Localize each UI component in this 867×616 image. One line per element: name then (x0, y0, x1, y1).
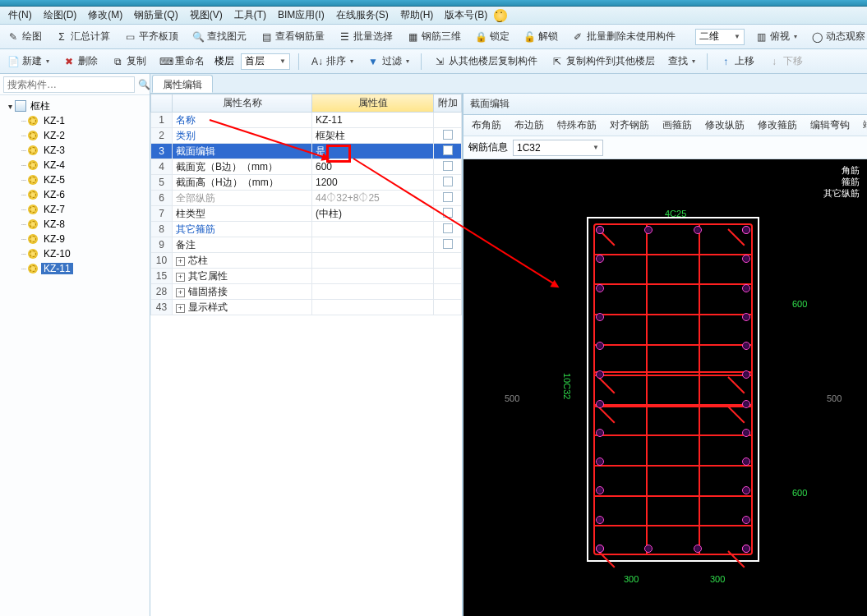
edit-hook-button[interactable]: 编辑弯钩 (807, 117, 853, 134)
tree-item[interactable]: ┈KZ-6 (2, 187, 148, 202)
caret-down-icon: ▼ (279, 57, 286, 65)
rebar-info-label: 钢筋信息 (468, 140, 508, 154)
expand-icon[interactable]: + (176, 273, 185, 282)
tree-item[interactable]: ┈KZ-11 (2, 261, 148, 276)
move-down-button[interactable]: ↓下移 (764, 53, 806, 70)
unlock-button[interactable]: 🔓解锁 (519, 28, 561, 45)
property-row[interactable]: 6全部纵筋44⏀32+8⏀25 (151, 191, 462, 206)
view-rebar-button[interactable]: ▤查看钢筋量 (256, 28, 328, 45)
new-button[interactable]: 📄新建▾ (3, 53, 53, 70)
up-icon: ↑ (719, 55, 732, 68)
expand-icon[interactable]: + (176, 304, 185, 313)
property-row[interactable]: 8其它箍筋 (151, 222, 462, 237)
additional-checkbox[interactable] (443, 239, 453, 249)
menu-draw[interactable]: 绘图(D) (39, 7, 82, 24)
copy-button[interactable]: ⧉复制 (108, 53, 150, 70)
tree-item[interactable]: ┈KZ-2 (2, 128, 148, 143)
tab-property-edit[interactable]: 属性编辑 (152, 75, 213, 93)
menu-modify[interactable]: 修改(M) (83, 7, 127, 24)
property-grid[interactable]: 属性名称 属性值 附加 1名称KZ-112类别框架柱3截面编辑是4截面宽（B边）… (150, 94, 462, 315)
move-up-button[interactable]: ↑上移 (716, 53, 758, 70)
component-tree[interactable]: ▾框柱┈KZ-1┈KZ-2┈KZ-3┈KZ-4┈KZ-5┈KZ-6┈KZ-7┈K… (0, 95, 150, 616)
gear-icon (28, 131, 38, 140)
rebar-info-combo[interactable]: 1C32▼ (513, 140, 603, 156)
menu-help[interactable]: 帮助(H) (395, 7, 439, 24)
orbit-button[interactable]: ◯动态观察 (807, 28, 867, 45)
tree-collapse-icon[interactable]: ▾ (5, 101, 15, 111)
tree-item[interactable]: ┈KZ-7 (2, 202, 148, 217)
align-slab-button[interactable]: ▭平齐板顶 (120, 28, 182, 45)
property-row[interactable]: 2类别框架柱 (151, 128, 462, 144)
view-mode-select[interactable]: 二维▼ (695, 29, 745, 45)
dim-bottom-1: 300 (624, 574, 639, 584)
copy-from-floor-button[interactable]: ⇲从其他楼层复制构件 (430, 53, 541, 70)
sort-button[interactable]: A↓排序▾ (307, 53, 357, 70)
edge-bar-button[interactable]: 布边筋 (511, 117, 547, 134)
tree-item[interactable]: ┈KZ-1 (2, 113, 148, 128)
property-row[interactable]: 3截面编辑是 (151, 144, 462, 159)
face-icon[interactable] (494, 9, 507, 22)
search-button[interactable]: 查找▾ (665, 53, 699, 70)
align-bar-button[interactable]: 对齐钢筋 (606, 117, 653, 134)
property-row[interactable]: 4截面宽（B边）（mm）600 (151, 159, 462, 175)
property-row[interactable]: 5截面高（H边）（mm）1200 (151, 175, 462, 191)
menu-bim[interactable]: BIM应用(I) (273, 7, 330, 24)
additional-checkbox[interactable] (443, 192, 453, 202)
section-canvas[interactable]: 角筋 4C3 箍筋 C10 其它纵筋 20C 4C25 10C32 500 50… (463, 159, 867, 616)
tree-item[interactable]: ┈KZ-10 (2, 246, 148, 261)
sum-button[interactable]: Σ汇总计算 (52, 28, 113, 45)
batch-select-button[interactable]: ☰批量选择 (334, 28, 396, 45)
batch-delete-unused-button[interactable]: ✐批量删除未使用构件 (568, 28, 679, 45)
tree-item[interactable]: ┈KZ-4 (2, 158, 148, 172)
menu-online[interactable]: 在线服务(S) (331, 7, 394, 24)
find-element-button[interactable]: 🔍查找图元 (188, 28, 250, 45)
section-title: 截面编辑 (463, 94, 867, 115)
property-row[interactable]: 43+显示样式 (151, 300, 462, 315)
search-go-button[interactable]: 🔍 (138, 76, 150, 93)
property-row[interactable]: 9备注 (151, 237, 462, 253)
additional-checkbox[interactable] (443, 130, 453, 140)
tree-root-label[interactable]: 框柱 (28, 99, 53, 113)
tree-item[interactable]: ┈KZ-3 (2, 143, 148, 158)
delete-button[interactable]: ✖删除 (59, 53, 101, 70)
draw-button[interactable]: ✎绘图 (3, 28, 45, 45)
filter-icon (15, 100, 26, 112)
property-row[interactable]: 15+其它属性 (151, 269, 462, 284)
property-row[interactable]: 10+芯柱 (151, 253, 462, 269)
corner-bar-button[interactable]: 布角筋 (468, 117, 505, 134)
menu-file[interactable]: 件(N) (3, 7, 37, 24)
copy-to-floor-button[interactable]: ⇱复制构件到其他楼层 (547, 53, 658, 70)
tree-item[interactable]: ┈KZ-9 (2, 232, 148, 246)
additional-checkbox[interactable] (443, 223, 453, 233)
menu-view[interactable]: 视图(V) (185, 7, 228, 24)
property-row[interactable]: 28+锚固搭接 (151, 284, 462, 300)
tree-item[interactable]: ┈KZ-5 (2, 172, 148, 187)
top-view-button[interactable]: ▥俯视▾ (751, 28, 800, 45)
property-row[interactable]: 1名称KZ-11 (151, 113, 462, 128)
rebar-3d-button[interactable]: ▦钢筋三维 (403, 28, 464, 45)
menu-tools[interactable]: 工具(T) (229, 7, 271, 24)
additional-checkbox[interactable] (443, 161, 453, 171)
rebar-dot (742, 313, 750, 321)
expand-icon[interactable]: + (176, 257, 185, 266)
eraser-icon: ✐ (571, 30, 584, 44)
lock-button[interactable]: 🔒锁定 (471, 28, 513, 45)
filter-button[interactable]: ▼过滤▾ (363, 53, 413, 70)
special-bar-button[interactable]: 特殊布筋 (554, 117, 600, 134)
rename-button[interactable]: ⌨重命名 (156, 53, 208, 70)
end-button[interactable]: 端头 (860, 117, 867, 134)
expand-icon[interactable]: + (176, 288, 185, 297)
menu-version[interactable]: 版本号(B) (440, 7, 492, 24)
additional-checkbox[interactable] (443, 145, 453, 155)
search-input[interactable] (3, 76, 135, 93)
floor-select[interactable]: 首层▼ (241, 53, 290, 70)
property-row[interactable]: 7柱类型(中柱) (151, 206, 462, 222)
modify-stirrup-button[interactable]: 修改箍筋 (754, 117, 800, 134)
new-icon: 📄 (7, 55, 20, 68)
additional-checkbox[interactable] (443, 208, 453, 218)
tree-item[interactable]: ┈KZ-8 (2, 217, 148, 232)
additional-checkbox[interactable] (443, 177, 453, 186)
draw-stirrup-button[interactable]: 画箍筋 (659, 117, 695, 134)
menu-rebar[interactable]: 钢筋量(Q) (129, 7, 182, 24)
modify-long-bar-button[interactable]: 修改纵筋 (702, 117, 748, 134)
